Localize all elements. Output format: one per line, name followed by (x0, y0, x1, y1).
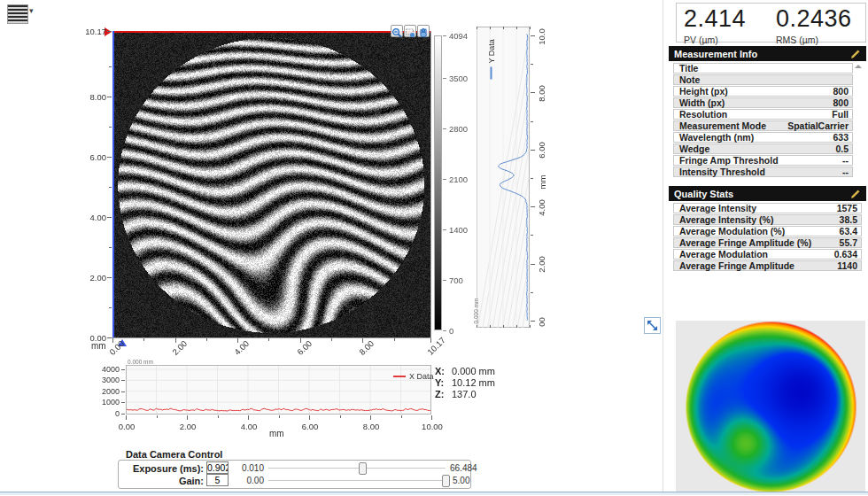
table-row[interactable]: Intensity Threshold-- (673, 167, 853, 177)
x-profile-value-tick (121, 369, 125, 370)
table-row[interactable]: Height (px)800 (673, 86, 853, 97)
crosshair-vertical-line[interactable] (112, 31, 114, 337)
table-row[interactable]: Note (673, 74, 853, 85)
table-row[interactable]: Average Modulation (%)63.4 (673, 226, 862, 236)
y-profile-tick (531, 35, 535, 36)
edit-pencil-icon[interactable] (850, 189, 861, 199)
y-profile-tick-label: 8.00 (537, 81, 546, 105)
exposure-slider-track[interactable] (268, 468, 446, 469)
thumbnail-dropdown-caret[interactable]: ▾ (29, 6, 34, 15)
measurement-info-title: Measurement Info (674, 49, 757, 59)
metrics-card: 2.414 PV (µm) 0.2436 RMS (µm) (676, 3, 866, 43)
table-row[interactable]: Average Modulation0.634 (673, 249, 862, 260)
table-row[interactable]: Measurement ModeSpatialCarrier (673, 120, 853, 131)
expand-phase-map-button[interactable] (644, 317, 661, 334)
table-row[interactable]: Average Intensity (%)38.5 (673, 214, 862, 225)
y-profile-tick-label: 2.00 (537, 253, 546, 276)
readout-row: Z:137.0 (435, 389, 495, 399)
x-profile-tick (248, 415, 249, 420)
colorbar-tick (443, 128, 446, 129)
camera-control-title: Data Camera Control (123, 449, 225, 460)
row-value: 1140 (837, 261, 857, 270)
y-profile-minor-tick (531, 178, 533, 179)
table-row[interactable]: Average Intensity1575 (673, 203, 862, 213)
interferogram-image[interactable] (112, 31, 430, 337)
phase-map-image[interactable] (676, 321, 865, 493)
zoom-region-icon (405, 27, 415, 38)
table-row[interactable]: Title (673, 63, 853, 74)
pv-value: 2.414 (684, 5, 746, 33)
y-profile-tick-label: 4.00 (537, 196, 546, 219)
row-label: Intensity Threshold (679, 167, 765, 176)
zoom-region-button[interactable] (404, 25, 416, 37)
y-axis-tick (107, 31, 112, 32)
y-profile-value-tick (490, 27, 491, 29)
colorbar-tick-label: 4094 (449, 31, 468, 41)
y-profile-minor-tick (531, 64, 533, 65)
zoom-out-button[interactable] (391, 25, 403, 37)
row-label: Average Intensity (%) (679, 215, 773, 224)
x-profile-tick-label: 2.00 (176, 422, 199, 431)
readout-label: Y: (435, 377, 447, 388)
y-axis-minor-tick (109, 187, 112, 188)
readout-value: 0.000 mm (452, 366, 495, 376)
exposure-input[interactable] (206, 461, 229, 474)
cursor-readout: X:0.000 mmY:10.12 mmZ:137.0 (435, 366, 495, 400)
expand-arrows-icon (645, 318, 660, 333)
y-profile-tick-label: 10.0 (537, 25, 546, 48)
row-value: 55.7 (840, 238, 857, 247)
table-row[interactable]: Wedge0.5 (673, 143, 853, 154)
hand-icon (418, 27, 429, 38)
main-plot-right-axis-line (430, 31, 431, 338)
y-axis-tick-label: 2.00 (82, 273, 106, 283)
y-profile-value-tick (477, 325, 477, 328)
measurement-info-table: TitleNoteHeight (px)800Width (px)800Reso… (673, 63, 853, 178)
quality-stats-title: Quality Stats (674, 189, 733, 199)
y-axis-tick-label: 6.00 (82, 152, 106, 162)
x-axis-minor-tick (394, 338, 395, 341)
row-label: Average Fringe Amplitude (679, 261, 794, 270)
y-profile-value-tick (530, 325, 531, 328)
x-profile-tick-label: 0.00 (115, 422, 138, 431)
quality-stats-header[interactable]: Quality Stats (669, 186, 866, 201)
y-axis-minor-tick (109, 66, 112, 67)
x-axis-tick (300, 338, 301, 343)
x-profile-tick-label: 4.00 (237, 422, 260, 431)
row-value: 38.5 (840, 215, 857, 224)
gain-slider-thumb[interactable] (442, 475, 450, 487)
edit-pencil-icon[interactable] (850, 49, 861, 59)
table-row[interactable]: Fringe Amp Threshold-- (673, 155, 853, 166)
main-plot-bottom-axis-line (112, 337, 431, 338)
pv-metric: 2.414 PV (µm) (684, 5, 746, 45)
colorbar-tick-label: 3500 (449, 74, 468, 83)
x-profile-value-tick (121, 380, 125, 381)
gain-input[interactable] (206, 474, 229, 486)
table-row[interactable]: Wavelength (nm)633 (673, 132, 853, 143)
row-label: Note (679, 75, 700, 84)
colorbar-tick-label: 2100 (449, 174, 468, 184)
x-profile-tick (309, 415, 310, 420)
exposure-slider-thumb[interactable] (359, 462, 367, 475)
panel-splitter[interactable] (663, 0, 663, 492)
live-view-thumbnail[interactable] (7, 4, 28, 24)
rms-metric: 0.2436 RMS (µm) (776, 5, 852, 45)
measurement-info-header[interactable]: Measurement Info (669, 46, 866, 61)
intensity-colorbar (434, 35, 442, 330)
x-profile-legend-label: X Data (409, 372, 434, 381)
x-profile-curve (126, 365, 431, 415)
scroll-up-arrow-icon[interactable] (855, 65, 862, 68)
colorbar-tick-label: 1400 (449, 225, 468, 235)
table-row[interactable]: Average Fringe Amplitude1140 (673, 260, 862, 271)
pan-button[interactable] (417, 25, 430, 37)
y-profile-legend: Y Data (485, 27, 497, 80)
row-value: 0.634 (834, 250, 857, 259)
crosshair-horizontal-line[interactable] (112, 31, 430, 33)
exposure-min-label: 0.010 (232, 463, 264, 473)
row-label: Width (px) (679, 98, 725, 107)
y-data-line-swatch (490, 67, 492, 80)
gain-slider-track[interactable] (268, 480, 446, 481)
table-row[interactable]: Width (px)800 (673, 97, 853, 108)
table-row[interactable]: Average Fringe Amplitude (%)55.7 (673, 237, 862, 248)
y-profile-tick (531, 321, 535, 322)
table-row[interactable]: ResolutionFull (673, 109, 853, 120)
